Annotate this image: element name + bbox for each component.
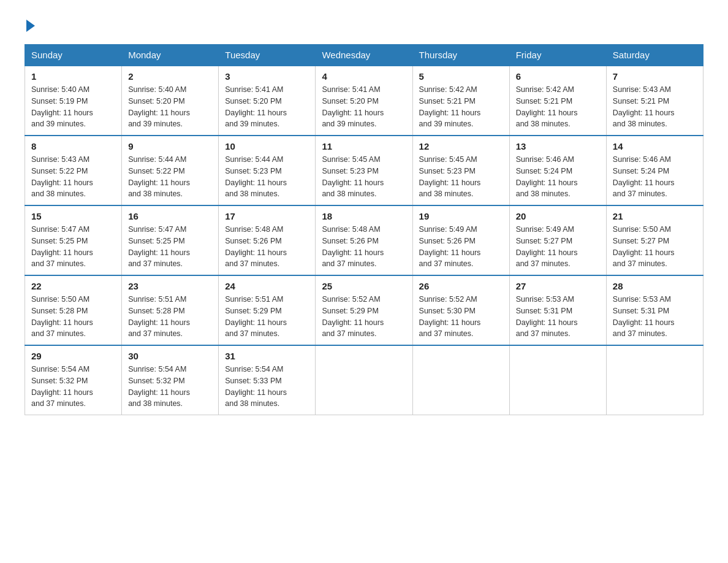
calendar-cell: 23 Sunrise: 5:51 AMSunset: 5:28 PMDaylig…: [122, 275, 219, 345]
day-info: Sunrise: 5:52 AMSunset: 5:30 PMDaylight:…: [419, 294, 503, 340]
day-number: 10: [225, 141, 309, 151]
day-header-wednesday: Wednesday: [316, 45, 412, 66]
calendar-cell: [412, 345, 509, 415]
day-info: Sunrise: 5:40 AMSunset: 5:20 PMDaylight:…: [128, 84, 212, 130]
day-number: 13: [516, 141, 600, 151]
day-number: 14: [613, 141, 697, 151]
day-info: Sunrise: 5:54 AMSunset: 5:32 PMDaylight:…: [31, 364, 115, 410]
calendar-cell: 3 Sunrise: 5:41 AMSunset: 5:20 PMDayligh…: [219, 66, 316, 136]
day-info: Sunrise: 5:44 AMSunset: 5:23 PMDaylight:…: [225, 154, 309, 200]
day-info: Sunrise: 5:43 AMSunset: 5:21 PMDaylight:…: [613, 84, 697, 130]
calendar-cell: 15 Sunrise: 5:47 AMSunset: 5:25 PMDaylig…: [25, 205, 122, 275]
week-row-3: 15 Sunrise: 5:47 AMSunset: 5:25 PMDaylig…: [25, 205, 703, 275]
day-number: 31: [225, 351, 309, 361]
calendar-cell: 5 Sunrise: 5:42 AMSunset: 5:21 PMDayligh…: [412, 66, 509, 136]
calendar-cell: 24 Sunrise: 5:51 AMSunset: 5:29 PMDaylig…: [219, 275, 316, 345]
day-number: 28: [613, 281, 697, 291]
day-info: Sunrise: 5:51 AMSunset: 5:29 PMDaylight:…: [225, 294, 309, 340]
day-info: Sunrise: 5:45 AMSunset: 5:23 PMDaylight:…: [322, 154, 406, 200]
calendar-cell: 11 Sunrise: 5:45 AMSunset: 5:23 PMDaylig…: [316, 136, 412, 205]
day-info: Sunrise: 5:53 AMSunset: 5:31 PMDaylight:…: [613, 294, 697, 340]
day-header-saturday: Saturday: [606, 45, 703, 66]
calendar-cell: 30 Sunrise: 5:54 AMSunset: 5:32 PMDaylig…: [122, 345, 219, 415]
day-number: 15: [31, 211, 115, 221]
day-number: 12: [419, 141, 503, 151]
day-header-thursday: Thursday: [412, 45, 509, 66]
day-number: 22: [31, 281, 115, 291]
calendar-cell: 10 Sunrise: 5:44 AMSunset: 5:23 PMDaylig…: [219, 136, 316, 205]
calendar-cell: 6 Sunrise: 5:42 AMSunset: 5:21 PMDayligh…: [509, 66, 606, 136]
day-info: Sunrise: 5:50 AMSunset: 5:28 PMDaylight:…: [31, 294, 115, 340]
page-header: Blue: [25, 18, 703, 32]
day-header-tuesday: Tuesday: [219, 45, 316, 66]
day-number: 30: [128, 351, 212, 361]
calendar-cell: 9 Sunrise: 5:44 AMSunset: 5:22 PMDayligh…: [122, 136, 219, 205]
calendar-cell: 20 Sunrise: 5:49 AMSunset: 5:27 PMDaylig…: [509, 205, 606, 275]
day-number: 26: [419, 281, 503, 291]
day-number: 19: [419, 211, 503, 221]
day-number: 11: [322, 141, 406, 151]
day-info: Sunrise: 5:43 AMSunset: 5:22 PMDaylight:…: [31, 154, 115, 200]
calendar-cell: 18 Sunrise: 5:48 AMSunset: 5:26 PMDaylig…: [316, 205, 412, 275]
calendar-cell: 31 Sunrise: 5:54 AMSunset: 5:33 PMDaylig…: [219, 345, 316, 415]
day-info: Sunrise: 5:40 AMSunset: 5:19 PMDaylight:…: [31, 84, 115, 130]
day-info: Sunrise: 5:52 AMSunset: 5:29 PMDaylight:…: [322, 294, 406, 340]
calendar-cell: 16 Sunrise: 5:47 AMSunset: 5:25 PMDaylig…: [122, 205, 219, 275]
day-info: Sunrise: 5:47 AMSunset: 5:25 PMDaylight:…: [128, 224, 212, 270]
day-number: 6: [516, 71, 600, 82]
day-header-monday: Monday: [122, 45, 219, 66]
day-header-sunday: Sunday: [25, 45, 122, 66]
days-header-row: SundayMondayTuesdayWednesdayThursdayFrid…: [25, 45, 703, 66]
day-info: Sunrise: 5:41 AMSunset: 5:20 PMDaylight:…: [225, 84, 309, 130]
day-number: 20: [516, 211, 600, 221]
logo-blue-part: [25, 18, 35, 32]
day-number: 16: [128, 211, 212, 221]
week-row-2: 8 Sunrise: 5:43 AMSunset: 5:22 PMDayligh…: [25, 136, 703, 205]
day-info: Sunrise: 5:41 AMSunset: 5:20 PMDaylight:…: [322, 84, 406, 130]
calendar-cell: 28 Sunrise: 5:53 AMSunset: 5:31 PMDaylig…: [606, 275, 703, 345]
calendar-cell: 1 Sunrise: 5:40 AMSunset: 5:19 PMDayligh…: [25, 66, 122, 136]
day-header-friday: Friday: [509, 45, 606, 66]
calendar-cell: 21 Sunrise: 5:50 AMSunset: 5:27 PMDaylig…: [606, 205, 703, 275]
day-info: Sunrise: 5:49 AMSunset: 5:27 PMDaylight:…: [516, 224, 600, 270]
day-info: Sunrise: 5:46 AMSunset: 5:24 PMDaylight:…: [613, 154, 697, 200]
day-number: 17: [225, 211, 309, 221]
day-number: 4: [322, 71, 406, 82]
day-number: 7: [613, 71, 697, 82]
calendar-cell: 17 Sunrise: 5:48 AMSunset: 5:26 PMDaylig…: [219, 205, 316, 275]
day-info: Sunrise: 5:47 AMSunset: 5:25 PMDaylight:…: [31, 224, 115, 270]
calendar-cell: 8 Sunrise: 5:43 AMSunset: 5:22 PMDayligh…: [25, 136, 122, 205]
day-info: Sunrise: 5:42 AMSunset: 5:21 PMDaylight:…: [419, 84, 503, 130]
calendar-cell: 7 Sunrise: 5:43 AMSunset: 5:21 PMDayligh…: [606, 66, 703, 136]
logo: Blue: [25, 18, 35, 32]
day-info: Sunrise: 5:45 AMSunset: 5:23 PMDaylight:…: [419, 154, 503, 200]
calendar-cell: 2 Sunrise: 5:40 AMSunset: 5:20 PMDayligh…: [122, 66, 219, 136]
day-info: Sunrise: 5:44 AMSunset: 5:22 PMDaylight:…: [128, 154, 212, 200]
day-number: 24: [225, 281, 309, 291]
day-number: 25: [322, 281, 406, 291]
day-number: 21: [613, 211, 697, 221]
calendar-cell: 19 Sunrise: 5:49 AMSunset: 5:26 PMDaylig…: [412, 205, 509, 275]
calendar-cell: [606, 345, 703, 415]
day-info: Sunrise: 5:46 AMSunset: 5:24 PMDaylight:…: [516, 154, 600, 200]
day-number: 27: [516, 281, 600, 291]
day-info: Sunrise: 5:53 AMSunset: 5:31 PMDaylight:…: [516, 294, 600, 340]
calendar-cell: 12 Sunrise: 5:45 AMSunset: 5:23 PMDaylig…: [412, 136, 509, 205]
day-number: 18: [322, 211, 406, 221]
week-row-1: 1 Sunrise: 5:40 AMSunset: 5:19 PMDayligh…: [25, 66, 703, 136]
calendar-cell: 22 Sunrise: 5:50 AMSunset: 5:28 PMDaylig…: [25, 275, 122, 345]
day-number: 2: [128, 71, 212, 82]
day-info: Sunrise: 5:54 AMSunset: 5:32 PMDaylight:…: [128, 364, 212, 410]
day-number: 29: [31, 351, 115, 361]
calendar-cell: 27 Sunrise: 5:53 AMSunset: 5:31 PMDaylig…: [509, 275, 606, 345]
day-number: 23: [128, 281, 212, 291]
logo-arrow-icon: [26, 20, 35, 32]
day-number: 8: [31, 141, 115, 151]
logo-text: [25, 18, 35, 32]
calendar-cell: 25 Sunrise: 5:52 AMSunset: 5:29 PMDaylig…: [316, 275, 412, 345]
day-info: Sunrise: 5:48 AMSunset: 5:26 PMDaylight:…: [322, 224, 406, 270]
day-info: Sunrise: 5:42 AMSunset: 5:21 PMDaylight:…: [516, 84, 600, 130]
week-row-5: 29 Sunrise: 5:54 AMSunset: 5:32 PMDaylig…: [25, 345, 703, 415]
calendar-cell: [316, 345, 412, 415]
day-number: 3: [225, 71, 309, 82]
